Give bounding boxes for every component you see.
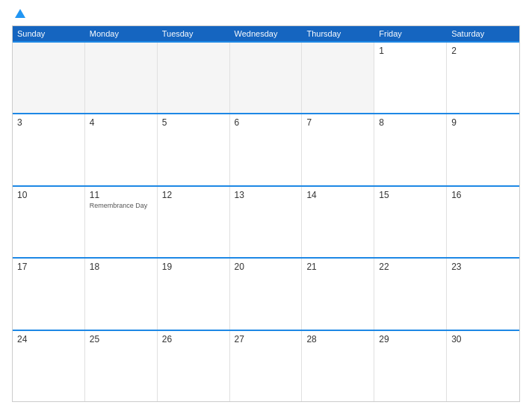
day-cell: 19: [158, 259, 230, 329]
day-cell: 3: [13, 114, 85, 185]
day-number: 1: [379, 46, 442, 56]
day-cell: 30: [447, 331, 519, 401]
calendar: SundayMondayTuesdayWednesdayThursdayFrid…: [12, 25, 520, 402]
day-number: 12: [162, 190, 225, 200]
day-cell: 13: [230, 187, 303, 257]
day-number: 10: [17, 190, 80, 200]
day-number: 17: [17, 262, 80, 272]
day-cell: 26: [158, 331, 230, 401]
day-number: 26: [162, 334, 225, 344]
day-header-wednesday: Wednesday: [230, 26, 303, 41]
day-cell: 5: [158, 114, 230, 185]
day-number: 23: [451, 262, 515, 272]
day-cell: 2: [447, 43, 519, 113]
day-cell: [85, 43, 158, 113]
week-row-3: 17181920212223: [13, 257, 519, 329]
day-cell: 9: [447, 114, 519, 185]
weeks-container: 1234567891011Remembrance Day121314151617…: [13, 41, 519, 401]
day-number: 3: [17, 117, 80, 128]
week-row-1: 3456789: [13, 113, 519, 185]
day-cell: 14: [302, 187, 374, 257]
day-number: 13: [235, 190, 297, 200]
day-cell: 7: [302, 114, 374, 185]
day-cell: 20: [230, 259, 303, 329]
day-number: 9: [451, 117, 515, 128]
day-cell: 1: [374, 43, 447, 113]
day-cell: 22: [374, 259, 447, 329]
day-cell: [302, 43, 374, 113]
day-number: 24: [17, 334, 80, 344]
logo-triangle-icon: [15, 9, 25, 18]
holiday-label: Remembrance Day: [90, 202, 152, 210]
day-number: 6: [235, 117, 297, 128]
day-header-monday: Monday: [85, 26, 158, 41]
day-cell: 28: [302, 331, 374, 401]
day-header-sunday: Sunday: [13, 26, 85, 41]
week-row-4: 24252627282930: [13, 330, 519, 401]
day-cell: 18: [85, 259, 158, 329]
day-cell: 17: [13, 259, 85, 329]
header: [12, 9, 520, 18]
day-number: 4: [90, 117, 152, 128]
day-header-friday: Friday: [374, 26, 447, 41]
day-number: 2: [451, 46, 515, 56]
day-cell: 24: [13, 331, 85, 401]
day-number: 29: [379, 334, 442, 344]
day-number: 30: [451, 334, 515, 344]
day-cell: 25: [85, 331, 158, 401]
week-row-0: 12: [13, 41, 519, 113]
day-cell: 6: [230, 114, 303, 185]
day-number: 18: [90, 262, 152, 272]
day-number: 28: [306, 334, 369, 344]
day-number: 7: [306, 117, 369, 128]
day-cell: 8: [374, 114, 447, 185]
day-number: 20: [235, 262, 297, 272]
day-cell: 16: [447, 187, 519, 257]
day-number: 15: [379, 190, 442, 200]
day-cell: [158, 43, 230, 113]
day-cell: 27: [230, 331, 303, 401]
day-cell: [13, 43, 85, 113]
week-row-2: 1011Remembrance Day1213141516: [13, 185, 519, 257]
day-number: 19: [162, 262, 225, 272]
day-number: 5: [162, 117, 225, 128]
day-cell: 21: [302, 259, 374, 329]
page: SundayMondayTuesdayWednesdayThursdayFrid…: [0, 0, 532, 411]
day-number: 22: [379, 262, 442, 272]
day-cell: 11Remembrance Day: [85, 187, 158, 257]
logo: [12, 9, 25, 18]
day-number: 21: [306, 262, 369, 272]
day-number: 25: [90, 334, 152, 344]
day-number: 14: [306, 190, 369, 200]
day-number: 27: [235, 334, 297, 344]
day-cell: 4: [85, 114, 158, 185]
day-number: 11: [90, 190, 152, 200]
day-header-tuesday: Tuesday: [158, 26, 230, 41]
day-number: 16: [451, 190, 515, 200]
day-number: 8: [379, 117, 442, 128]
day-header-thursday: Thursday: [302, 26, 374, 41]
day-headers-row: SundayMondayTuesdayWednesdayThursdayFrid…: [13, 26, 519, 41]
day-cell: 23: [447, 259, 519, 329]
day-header-saturday: Saturday: [447, 26, 519, 41]
day-cell: 10: [13, 187, 85, 257]
day-cell: 12: [158, 187, 230, 257]
day-cell: [230, 43, 303, 113]
day-cell: 15: [374, 187, 447, 257]
day-cell: 29: [374, 331, 447, 401]
